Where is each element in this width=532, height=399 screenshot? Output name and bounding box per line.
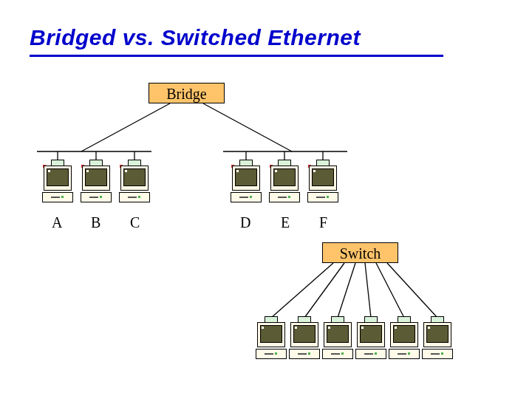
host-c-icon [117,160,151,205]
svg-line-10 [271,263,333,318]
svg-line-12 [338,263,355,318]
host-f-icon [306,160,340,205]
switch-host-5-icon [387,316,421,362]
switch-device: Switch [322,242,398,263]
bridge-label: Bridge [166,86,206,102]
host-label-d: D [240,214,250,231]
svg-line-15 [387,263,437,318]
host-b-icon [79,160,113,205]
switch-host-6-icon [420,316,454,362]
title-underline [30,55,443,57]
svg-line-11 [304,263,344,318]
svg-line-14 [376,263,404,318]
host-a-icon [41,160,75,205]
switch-host-2-icon [287,316,321,362]
page-title: Bridged vs. Switched Ethernet [30,25,361,50]
switch-host-3-icon [321,316,355,362]
host-label-b: B [91,214,100,231]
bridge-device: Bridge [149,83,225,103]
switch-host-1-icon [254,316,288,362]
diagram-stage: Bridged vs. Switched Ethernet Bridge [0,0,532,399]
host-label-e: E [281,214,290,231]
switch-label: Switch [340,245,381,262]
svg-line-1 [203,103,292,151]
host-label-c: C [130,214,140,231]
switch-host-4-icon [354,316,388,362]
svg-line-13 [365,263,371,318]
host-label-a: A [52,214,62,231]
host-d-icon [229,160,263,205]
svg-line-0 [81,103,170,151]
host-label-f: F [319,214,327,231]
host-e-icon [267,160,301,205]
